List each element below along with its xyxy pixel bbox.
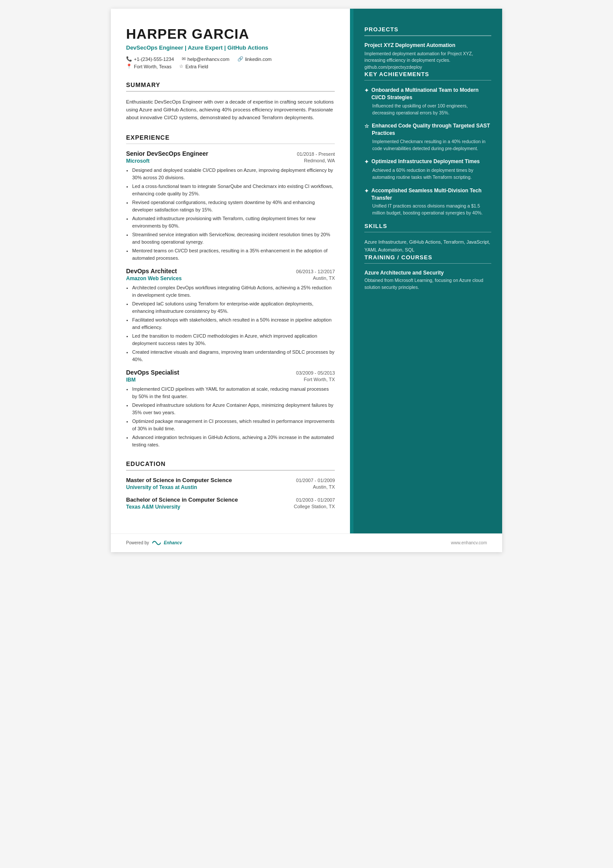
edu-1-school-row: University of Texas at Austin Austin, TX <box>126 484 335 490</box>
achievement-1-icon: ✦ <box>364 87 369 94</box>
list-item: Led a cross-functional team to integrate… <box>132 183 335 197</box>
list-item: Architected complex DevOps workflows int… <box>132 284 335 298</box>
extra-contact: ☆ Extra Field <box>179 64 208 69</box>
teal-bar <box>350 9 353 533</box>
edu-2-location: College Station, TX <box>294 504 335 510</box>
phone-value: +1-(234)-555-1234 <box>134 57 174 62</box>
job-3-location: Fort Worth, TX <box>304 377 335 383</box>
experience-divider <box>126 144 335 144</box>
summary-title: SUMMARY <box>126 81 335 88</box>
extra-value: Extra Field <box>185 64 208 69</box>
job-2-location: Austin, TX <box>313 275 335 282</box>
list-item: Mentored teams on CI/CD best practices, … <box>132 247 335 261</box>
achievement-4: ✦ Accomplished Seamless Multi-Division T… <box>364 187 491 217</box>
experience-title: EXPERIENCE <box>126 134 335 141</box>
job-2: DevOps Architect 06/2013 - 12/2017 Amazo… <box>126 268 335 363</box>
achievement-3: ✦ Optimized Infrastructure Deployment Ti… <box>364 158 491 181</box>
list-item: Implemented CI/CD pipelines with YAML fo… <box>132 385 335 400</box>
location-icon: 📍 <box>126 64 132 69</box>
candidate-name: HARPER GARCIA <box>126 26 335 42</box>
resume-footer: Powered by Enhancv www.enhancv.com <box>111 533 502 552</box>
edu-1: Master of Science in Computer Science 01… <box>126 477 335 490</box>
footer-brand: Powered by Enhancv <box>126 540 182 546</box>
training-1-title: Azure Architecture and Security <box>364 270 491 276</box>
enhancv-logo-icon <box>152 540 161 546</box>
job-2-header: DevOps Architect 06/2013 - 12/2017 <box>126 268 335 275</box>
enhancv-brand-name: Enhancv <box>164 540 182 545</box>
achievement-2: ☆ Enhanced Code Quality through Targeted… <box>364 122 491 152</box>
achievement-1-title: Onboarded a Multinational Team to Modern… <box>371 87 491 101</box>
job-1-location: Redmond, WA <box>304 158 335 164</box>
edu-1-dates: 01/2007 - 01/2009 <box>296 478 335 483</box>
summary-divider <box>126 91 335 92</box>
powered-by-label: Powered by <box>126 540 149 545</box>
job-2-title: DevOps Architect <box>126 268 177 275</box>
project-1-desc: Implemented deployment automation for Pr… <box>364 50 491 71</box>
training-section: TRAINING / COURSES Azure Architecture an… <box>364 254 491 291</box>
resume-wrapper: HARPER GARCIA DevSecOps Engineer | Azure… <box>111 9 502 552</box>
job-2-company-row: Amazon Web Services Austin, TX <box>126 275 335 282</box>
job-1: Senior DevSecOps Engineer 01/2018 - Pres… <box>126 150 335 261</box>
achievement-4-icon: ✦ <box>364 188 369 195</box>
edu-2-school-row: Texas A&M University College Station, TX <box>126 504 335 510</box>
achievement-1: ✦ Onboarded a Multinational Team to Mode… <box>364 87 491 116</box>
linkedin-value: linkedin.com <box>245 57 272 62</box>
list-item: Led the transition to modern CI/CD metho… <box>132 332 335 347</box>
projects-title: PROJECTS <box>364 26 491 33</box>
job-1-header: Senior DevSecOps Engineer 01/2018 - Pres… <box>126 150 335 157</box>
project-1-title: Project XYZ Deployment Automation <box>364 42 491 48</box>
job-2-bullets: Architected complex DevOps workflows int… <box>126 284 335 363</box>
list-item: Facilitated workshops with stakeholders,… <box>132 316 335 331</box>
training-title: TRAINING / COURSES <box>364 254 491 261</box>
achievement-2-header: ☆ Enhanced Code Quality through Targeted… <box>364 122 491 137</box>
left-column: HARPER GARCIA DevSecOps Engineer | Azure… <box>111 9 350 533</box>
edu-1-location: Austin, TX <box>313 484 335 490</box>
achievement-4-desc: Unified IT practices across divisions ma… <box>364 203 491 217</box>
achievement-1-desc: Influenced the upskilling of over 100 en… <box>364 103 491 117</box>
location-value: Fort Worth, Texas <box>134 64 171 69</box>
job-1-bullets: Designed and deployed scalable CI/CD pip… <box>126 167 335 261</box>
phone-icon: 📞 <box>126 56 132 62</box>
achievement-2-desc: Implemented Checkmarx resulting in a 40%… <box>364 138 491 152</box>
contact-row-2: 📍 Fort Worth, Texas ☆ Extra Field <box>126 64 335 69</box>
edu-2-header: Bachelor of Science in Computer Science … <box>126 496 335 503</box>
experience-section: EXPERIENCE Senior DevSecOps Engineer 01/… <box>126 134 335 449</box>
job-1-company: Microsoft <box>126 158 150 164</box>
list-item: Streamlined service integration with Ser… <box>132 231 335 245</box>
job-1-company-row: Microsoft Redmond, WA <box>126 158 335 164</box>
job-3-header: DevOps Specialist 03/2009 - 05/2013 <box>126 369 335 376</box>
achievement-4-title: Accomplished Seamless Multi-Division Tec… <box>371 187 491 202</box>
phone-contact: 📞 +1-(234)-555-1234 <box>126 56 174 62</box>
achievement-2-title: Enhanced Code Quality through Targeted S… <box>372 122 491 137</box>
email-icon: ✉ <box>182 56 186 62</box>
edu-2-degree: Bachelor of Science in Computer Science <box>126 496 238 503</box>
achievement-3-title: Optimized Infrastructure Deployment Time… <box>371 158 491 165</box>
edu-2: Bachelor of Science in Computer Science … <box>126 496 335 510</box>
education-section: EDUCATION Master of Science in Computer … <box>126 460 335 510</box>
linkedin-contact: 🔗 linkedin.com <box>237 56 272 62</box>
education-divider <box>126 470 335 471</box>
contact-row-1: 📞 +1-(234)-555-1234 ✉ help@enhancv.com 🔗… <box>126 56 335 62</box>
job-1-dates: 01/2018 - Present <box>297 151 335 157</box>
list-item: Developed IaC solutions using Terraform … <box>132 300 335 315</box>
edu-1-degree: Master of Science in Computer Science <box>126 477 232 483</box>
achievement-2-icon: ☆ <box>364 123 369 130</box>
job-3-title: DevOps Specialist <box>126 369 179 376</box>
resume-main: HARPER GARCIA DevSecOps Engineer | Azure… <box>111 9 502 533</box>
achievement-3-desc: Achieved a 60% reduction in deployment t… <box>364 167 491 181</box>
email-value: help@enhancv.com <box>187 57 230 62</box>
job-1-title: Senior DevSecOps Engineer <box>126 150 208 157</box>
summary-text: Enthusiastic DevSecOps Engineer with ove… <box>126 98 335 122</box>
training-1-desc: Obtained from Microsoft Learning, focusi… <box>364 277 491 291</box>
edu-2-dates: 01/2003 - 01/2007 <box>296 497 335 503</box>
candidate-title: DevSecOps Engineer | Azure Expert | GitH… <box>126 44 335 51</box>
education-title: EDUCATION <box>126 460 335 467</box>
achievements-title: KEY ACHIEVEMENTS <box>364 71 491 77</box>
job-2-company: Amazon Web Services <box>126 275 182 282</box>
skills-text: Azure Infrastructure, GitHub Actions, Te… <box>364 238 491 254</box>
projects-divider <box>364 35 491 36</box>
job-3-company: IBM <box>126 377 136 383</box>
achievement-4-header: ✦ Accomplished Seamless Multi-Division T… <box>364 187 491 202</box>
job-3-company-row: IBM Fort Worth, TX <box>126 377 335 383</box>
achievements-section: KEY ACHIEVEMENTS ✦ Onboarded a Multinati… <box>364 71 491 217</box>
